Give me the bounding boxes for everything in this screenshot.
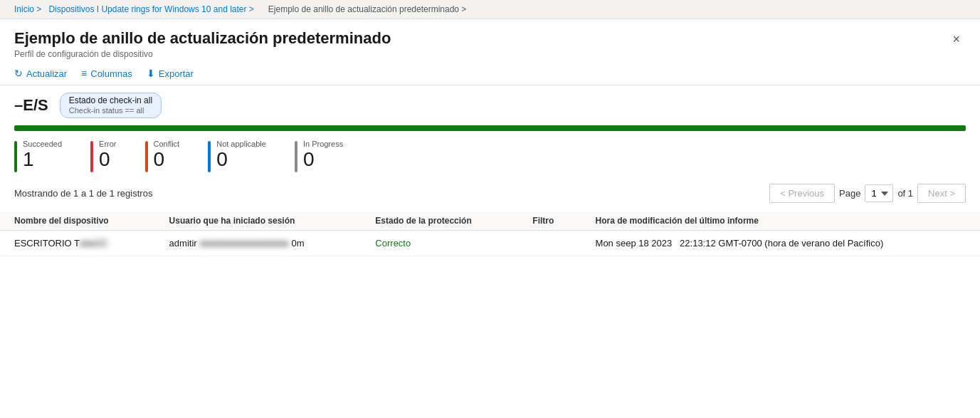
page-label: Page bbox=[839, 188, 860, 199]
stat-value-in-progress: 0 bbox=[303, 150, 343, 169]
stat-not-applicable: Not applicable 0 bbox=[208, 140, 266, 172]
columns-button[interactable]: ≡ Columnas bbox=[81, 68, 132, 79]
pagination-controls: < Previous Page 1 of 1 Next > bbox=[769, 184, 966, 203]
stat-value-succeeded: 1 bbox=[23, 150, 62, 169]
toolbar: ↻ Actualizar ≡ Columnas ⬇ Exportar bbox=[0, 62, 980, 85]
breadcrumb: Inicio > Dispositivos I Update rings for… bbox=[0, 0, 980, 19]
page-subtitle: Perfil de configuración de dispositivo bbox=[14, 49, 391, 59]
page-title: Ejemplo de anillo de actualización prede… bbox=[14, 29, 391, 48]
stat-conflict: Conflict 0 bbox=[145, 140, 180, 172]
col-header-status: Estado de la protección bbox=[361, 211, 518, 231]
export-icon: ⬇ bbox=[147, 68, 155, 79]
refresh-label: Actualizar bbox=[26, 68, 67, 79]
page-header: Ejemplo de anillo de actualización prede… bbox=[0, 19, 980, 62]
table-header-row: Nombre del dispositivo Usuario que ha in… bbox=[0, 211, 980, 231]
pagination-row: Mostrando de 1 a 1 de 1 registros < Prev… bbox=[0, 178, 980, 209]
stat-label-conflict: Conflict bbox=[154, 140, 180, 148]
filter-label: –E/S bbox=[14, 96, 48, 115]
stat-value-not-applicable: 0 bbox=[216, 150, 266, 169]
stat-label-succeeded: Succeeded bbox=[23, 140, 62, 148]
page-select[interactable]: 1 bbox=[865, 184, 893, 202]
close-button[interactable]: × bbox=[947, 29, 966, 50]
stat-bar-succeeded bbox=[14, 141, 17, 172]
refresh-icon: ↻ bbox=[14, 68, 23, 79]
breadcrumb-item-2[interactable]: Dispositivos I Update rings for Windows … bbox=[48, 4, 253, 14]
stat-succeeded: Succeeded 1 bbox=[14, 140, 62, 172]
cell-filter bbox=[518, 231, 581, 256]
cell-device-name: ESCRITORIO T●●●33 bbox=[0, 231, 155, 256]
stat-error: Error 0 bbox=[90, 140, 116, 172]
stat-in-progress: In Progress 0 bbox=[295, 140, 343, 172]
stat-value-error: 0 bbox=[99, 150, 116, 169]
cell-last-modified: Mon seep 18 2023 22:13:12 GMT-0700 (hora… bbox=[581, 231, 980, 256]
cell-user: admitir ●●●●●●●●●●●●●●●● 0m bbox=[155, 231, 362, 256]
filter-bar: –E/S Estado de check-in all Check-in sta… bbox=[0, 85, 980, 125]
columns-icon: ≡ bbox=[81, 68, 87, 79]
stat-label-error: Error bbox=[99, 140, 116, 148]
stat-bar-not-applicable bbox=[208, 141, 211, 172]
refresh-button[interactable]: ↻ Actualizar bbox=[14, 68, 67, 79]
stats-row: Succeeded 1 Error 0 Conflict 0 Not appli… bbox=[0, 131, 980, 178]
next-button[interactable]: Next > bbox=[917, 184, 966, 203]
cell-status: Correcto bbox=[361, 231, 518, 256]
data-table: Nombre del dispositivo Usuario que ha in… bbox=[0, 211, 980, 256]
export-button[interactable]: ⬇ Exportar bbox=[147, 68, 194, 79]
previous-button[interactable]: < Previous bbox=[769, 184, 835, 203]
export-label: Exportar bbox=[159, 68, 194, 79]
progress-bar bbox=[14, 125, 966, 131]
breadcrumb-item-1[interactable]: Inicio > bbox=[14, 4, 41, 14]
stat-label-in-progress: In Progress bbox=[303, 140, 343, 148]
stat-bar-conflict bbox=[145, 141, 148, 172]
col-header-device: Nombre del dispositivo bbox=[0, 211, 155, 231]
breadcrumb-item-3: Ejemplo de anillo de actualización prede… bbox=[268, 4, 467, 14]
table-row: ESCRITORIO T●●●33 admitir ●●●●●●●●●●●●●●… bbox=[0, 231, 980, 256]
stat-label-not-applicable: Not applicable bbox=[216, 140, 266, 148]
stat-value-conflict: 0 bbox=[154, 150, 180, 169]
filter-tag[interactable]: Estado de check-in all Check-in status =… bbox=[60, 93, 162, 118]
columns-label: Columnas bbox=[90, 68, 132, 79]
col-header-modified: Hora de modificación del último informe bbox=[581, 211, 980, 231]
records-info: Mostrando de 1 a 1 de 1 registros bbox=[14, 188, 152, 199]
stat-bar-error bbox=[90, 141, 93, 172]
progress-bar-fill bbox=[14, 125, 966, 131]
filter-tag-label: Estado de check-in all Check-in status =… bbox=[69, 95, 152, 115]
stat-bar-in-progress bbox=[295, 141, 297, 172]
page-of: of 1 bbox=[897, 188, 913, 199]
col-header-filter: Filtro bbox=[518, 211, 581, 231]
col-header-user: Usuario que ha iniciado sesión bbox=[155, 211, 362, 231]
